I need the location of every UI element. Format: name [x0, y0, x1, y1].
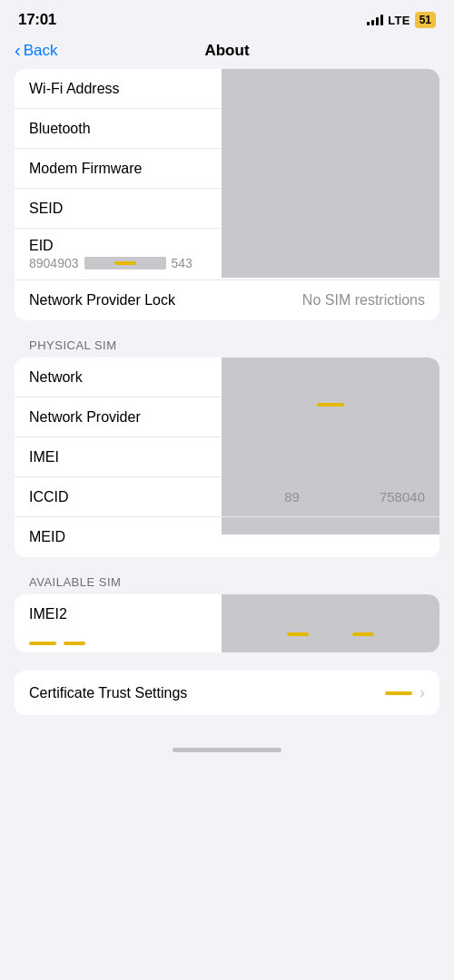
network-provider-label: Network Provider	[29, 409, 141, 426]
eid-label: EID	[29, 238, 54, 254]
signal-icon	[367, 15, 383, 25]
network-provider-lock-row: Network Provider Lock No SIM restriction…	[15, 280, 439, 320]
imei2-yellow-dash2	[64, 642, 85, 645]
top-info-section: Wi-Fi Address Bluetooth Modem Firmware S…	[15, 69, 439, 320]
meid-label: MEID	[29, 529, 65, 545]
eid-prefix: 8904903	[29, 256, 79, 270]
physical-sim-yellow-marker	[317, 403, 344, 407]
iccid-label: ICCID	[29, 489, 69, 505]
iccid-value-row: 89 758040	[80, 489, 425, 505]
certificate-trust-label: Certificate Trust Settings	[29, 685, 187, 701]
network-provider-lock-label: Network Provider Lock	[29, 292, 175, 309]
eid-row: EID 8904903 543	[15, 229, 439, 280]
physical-sim-header: PHYSICAL SIM	[15, 338, 439, 358]
network-provider-lock-value: No SIM restrictions	[186, 292, 425, 309]
back-label: Back	[24, 42, 58, 60]
imei-label: IMEI	[29, 449, 59, 466]
eid-yellow-marker	[114, 261, 136, 265]
imei2-dashes-row	[15, 634, 439, 652]
iccid-suffix: 758040	[380, 489, 425, 505]
main-content: Wi-Fi Address Bluetooth Modem Firmware S…	[0, 69, 454, 715]
cert-row-right: ›	[385, 683, 425, 702]
seid-label: SEID	[29, 201, 63, 217]
certificate-trust-row[interactable]: Certificate Trust Settings ›	[15, 671, 439, 715]
cert-yellow-dash	[385, 691, 412, 695]
nav-bar: ‹ Back About	[0, 34, 454, 69]
available-sim-header: AVAILABLE SIM	[15, 575, 439, 594]
available-sim-list-group: IMEI2	[15, 594, 439, 652]
eid-redacted-block	[84, 257, 166, 270]
available-sim-section: AVAILABLE SIM IMEI2	[15, 575, 439, 652]
physical-sim-section: PHYSICAL SIM Network Network Provider	[15, 338, 439, 557]
bluetooth-label: Bluetooth	[29, 121, 91, 137]
eid-suffix: 543	[172, 256, 192, 270]
physical-sim-group-wrapper: Network Network Provider IMEI ICCID	[15, 358, 439, 557]
eid-value-row: 8904903 543	[29, 256, 425, 270]
back-button[interactable]: ‹ Back	[15, 41, 57, 61]
status-bar: 17:01 LTE 51	[0, 0, 454, 34]
imei2-yellow-dash1	[29, 642, 56, 645]
network-label: Network	[29, 369, 83, 386]
page-title: About	[204, 42, 249, 60]
lte-label: LTE	[388, 14, 410, 27]
back-chevron-icon: ‹	[15, 40, 21, 61]
meid-row: MEID	[15, 517, 439, 557]
modem-firmware-label: Modem Firmware	[29, 161, 142, 177]
iccid-prefix: 89	[284, 489, 300, 505]
wifi-address-label: Wi-Fi Address	[29, 81, 120, 97]
status-icons: LTE 51	[367, 12, 436, 28]
imei2-row: IMEI2	[15, 594, 439, 634]
iccid-row: ICCID 89 758040	[15, 477, 439, 517]
status-time: 17:01	[18, 11, 56, 29]
home-bar	[173, 748, 281, 752]
iccid-redacted-block	[303, 491, 376, 504]
physical-sim-list-group: Network Network Provider IMEI ICCID	[15, 358, 439, 557]
imei2-label: IMEI2	[29, 606, 67, 622]
available-sim-group-wrapper: IMEI2	[15, 594, 439, 652]
top-list-group: Wi-Fi Address Bluetooth Modem Firmware S…	[15, 69, 439, 320]
battery-indicator: 51	[415, 12, 436, 28]
cert-chevron-icon: ›	[419, 683, 425, 702]
home-indicator	[0, 733, 454, 760]
